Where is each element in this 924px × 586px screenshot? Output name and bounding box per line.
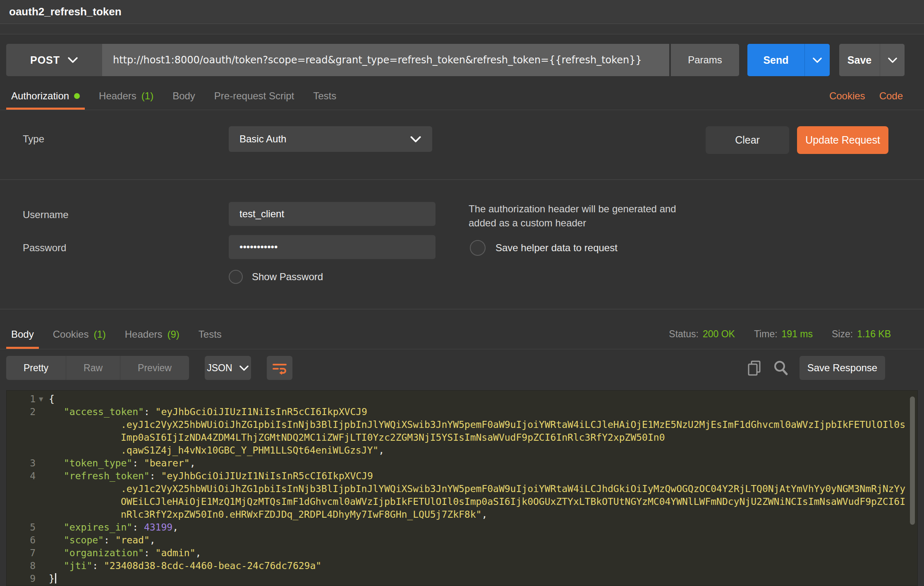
view-mode-segmented-control: Pretty Raw Preview (6, 356, 189, 380)
request-title: oauth2_refresh_token (9, 5, 122, 18)
auth-helper-note-line2: added as a custom header (469, 216, 676, 230)
tab-response-cookies[interactable]: Cookies (1) (48, 319, 111, 349)
code-line[interactable]: .eyJ1c2VyX25hbWUiOiJhZG1pbiIsInNjb3BlIjp… (7, 418, 917, 431)
time-value: 191 ms (782, 329, 813, 340)
pretty-view-button[interactable]: Pretty (6, 356, 66, 380)
save-helper-radio[interactable] (470, 240, 486, 256)
method-dropdown[interactable]: POST (6, 44, 102, 76)
code-line[interactable]: 4"refresh_token": "eyJhbGciOiJIUzI1NiIsI… (7, 470, 917, 483)
code-text: "organization": "admin", (46, 547, 201, 560)
type-label: Type (23, 133, 44, 145)
tab-response-tests[interactable]: Tests (194, 319, 227, 349)
code-token: .eyJ1c2VyX25hbWUiOiJhZG1pbiIsInNjb3BlIjp… (121, 419, 905, 430)
line-number: 7 (7, 547, 36, 560)
code-token: "eyJhbGciOiJIUzI1NiIsInR5cCI6IkpXVCJ9 (156, 406, 367, 417)
code-token: "read" (115, 535, 150, 545)
auth-type-select[interactable]: Basic Auth (229, 126, 432, 152)
code-line[interactable]: 8"jti": "23408d38-8cdc-4460-beac-24c76dc… (7, 560, 917, 572)
send-button[interactable]: Send (747, 44, 804, 76)
code-line[interactable]: 5"expires_in": 43199, (7, 521, 917, 534)
wrap-text-button[interactable] (267, 356, 292, 380)
tab-authorization[interactable]: Authorization (6, 82, 85, 110)
text-cursor (55, 573, 56, 584)
preview-view-button[interactable]: Preview (120, 356, 189, 380)
code-line[interactable]: Imp0aSI6IjIzNDA4ZDM4LThjZGMtNDQ2MC1iZWFj… (7, 431, 917, 444)
code-token: "eyJhbGciOiJIUzI1NiIsInR5cCI6IkpXVCJ9 (161, 471, 373, 481)
code-text: nRlc3RfY2xpZW50In0.eHRWxFZDJDq_2RDPL4Dhy… (46, 508, 487, 521)
code-token: "expires_in" (64, 522, 132, 533)
line-number: 5 (7, 521, 36, 534)
raw-view-button[interactable]: Raw (66, 356, 120, 380)
search-response-button[interactable] (773, 360, 789, 376)
line-number: 8 (7, 560, 36, 572)
clear-button[interactable]: Clear (706, 126, 789, 154)
code-token: "23408d38-8cdc-4460-beac-24c76dc7629a" (104, 560, 321, 571)
send-split-button: Send (747, 44, 830, 76)
code-token: : (144, 406, 156, 417)
code-text: Imp0aSI6IjIzNDA4ZDM4LThjZGMtNDQ2MC1iZWFj… (46, 431, 665, 444)
code-line[interactable]: nRlc3RfY2xpZW50In0.eHRWxFZDJDq_2RDPL4Dhy… (7, 508, 917, 521)
response-body-editor[interactable]: 1▼{2"access_token": "eyJhbGciOiJIUzI1NiI… (6, 390, 918, 586)
status-meta: Status: 200 OK (669, 329, 735, 340)
code-token: : (132, 522, 144, 533)
code-link[interactable]: Code (879, 90, 903, 102)
code-line[interactable]: 1▼{ (7, 393, 917, 406)
code-token: "admin" (156, 548, 196, 558)
code-text: .eyJ1c2VyX25hbWUiOiJhZG1pbiIsInNjb3BlIjp… (46, 483, 905, 495)
send-options-button[interactable] (804, 44, 830, 76)
code-token: : (92, 560, 104, 571)
format-dropdown[interactable]: JSON (205, 356, 251, 380)
save-split-button: Save (839, 44, 905, 76)
tab-prerequest-script[interactable]: Pre-request Script (209, 82, 299, 110)
chevron-down-icon (239, 365, 249, 371)
show-password-control: Show Password (229, 270, 323, 284)
code-line[interactable]: .qawS1Z4j_h4vNx10GBC_Y_PHM1LLSQt64eniWLG… (7, 444, 917, 457)
copy-response-button[interactable] (747, 360, 762, 376)
tab-label: Cookies (53, 329, 89, 340)
chevron-down-icon (67, 57, 78, 63)
save-response-button[interactable]: Save Response (800, 356, 885, 380)
code-line[interactable]: 3"token_type": "bearer", (7, 457, 917, 470)
tab-tests[interactable]: Tests (308, 82, 341, 110)
code-line[interactable]: 6"scope": "read", (7, 534, 917, 547)
search-icon (773, 360, 789, 376)
code-line[interactable]: .eyJ1c2VyX25hbWUiOiJhZG1pbiIsInNjb3BlIjp… (7, 483, 917, 495)
params-button[interactable]: Params (671, 44, 739, 76)
auth-helper-note-line1: The authorization header will be generat… (469, 202, 676, 216)
save-button[interactable]: Save (839, 44, 880, 76)
request-builder-bar: POST Params Send Save (6, 44, 905, 76)
editor-scrollbar[interactable] (910, 396, 915, 525)
code-token: } (49, 573, 55, 584)
code-token: : (150, 471, 161, 481)
wrap-text-icon (272, 361, 287, 375)
code-line[interactable]: 9} (7, 572, 917, 585)
format-value: JSON (207, 363, 232, 374)
tab-body[interactable]: Body (168, 82, 200, 110)
update-request-button[interactable]: Update Request (797, 126, 888, 154)
line-number: 4 (7, 470, 36, 483)
tab-headers[interactable]: Headers (1) (94, 82, 158, 110)
code-token: "scope" (64, 535, 104, 545)
code-line[interactable]: 7"organization": "admin", (7, 547, 917, 560)
code-text: "expires_in": 43199, (46, 521, 178, 534)
auth-configured-dot (74, 93, 80, 99)
url-input[interactable] (102, 54, 669, 66)
code-line[interactable]: OWEiLCJleHAiOjE1MzQ1MjQzMTQsImF1dGhvcml0… (7, 495, 917, 508)
tab-response-body[interactable]: Body (6, 319, 39, 349)
username-input[interactable] (229, 202, 436, 226)
code-token: { (49, 394, 55, 404)
fold-caret-icon[interactable]: ▼ (36, 393, 46, 406)
show-password-label: Show Password (252, 271, 323, 283)
response-meta: Status: 200 OK Time: 191 ms Size: 1.16 K… (669, 319, 918, 349)
line-number: 1 (7, 393, 36, 406)
code-text: OWEiLCJleHAiOjE1MzQ1MjQzMTQsImF1dGhvcml0… (46, 495, 905, 508)
password-input[interactable] (229, 235, 436, 259)
code-line[interactable]: 2"access_token": "eyJhbGciOiJIUzI1NiIsIn… (7, 406, 917, 418)
tab-response-headers[interactable]: Headers (9) (120, 319, 184, 349)
code-text: } (46, 572, 56, 585)
tab-label: Tests (313, 90, 336, 102)
show-password-radio[interactable] (229, 270, 243, 284)
cookies-link[interactable]: Cookies (829, 90, 865, 102)
save-options-button[interactable] (880, 44, 905, 76)
tab-label: Pre-request Script (214, 90, 294, 102)
